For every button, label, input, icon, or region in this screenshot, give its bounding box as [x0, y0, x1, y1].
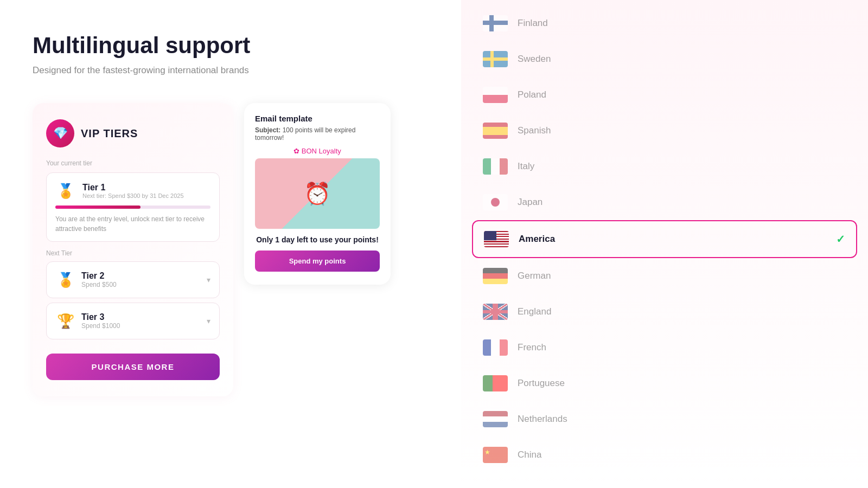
lang-name-spanish: Spanish — [518, 125, 551, 136]
progress-bar-bg — [55, 206, 210, 209]
tier1-icon: 🏅 — [55, 181, 76, 201]
flag-italy — [483, 158, 508, 175]
flag-china: ★ — [483, 447, 508, 463]
flag-portuguese — [483, 375, 508, 391]
tier2-icon: 🏅 — [55, 269, 76, 290]
bon-brand-name: BON Loyalty — [302, 147, 341, 155]
lang-item-netherlands[interactable]: Netherlands — [461, 401, 868, 437]
tier1-next: Next tier: Spend $300 by 31 Dec 2025 — [82, 192, 184, 199]
lang-item-italy[interactable]: Italy — [461, 149, 868, 184]
email-subject: Subject: 100 points will be expired tomo… — [255, 126, 380, 142]
tier2-name: Tier 2 — [81, 271, 201, 281]
email-subject-label: Subject: — [255, 126, 280, 134]
vip-title: VIP TIERS — [81, 127, 138, 140]
current-tier-label: Your current tier — [46, 159, 220, 167]
lang-name-america: America — [519, 234, 555, 245]
bon-brand-icon: ✿ — [293, 147, 299, 155]
tier3-chevron-icon: ▾ — [207, 317, 210, 325]
page-subtitle: Designed for the fastest-growing interna… — [33, 65, 429, 76]
tier1-row: 🏅 Tier 1 Next tier: Spend $300 by 31 Dec… — [55, 181, 210, 201]
flag-finland — [483, 15, 508, 31]
lang-name-french: French — [518, 342, 546, 353]
tier1-name: Tier 1 — [82, 183, 184, 192]
flag-america — [484, 231, 509, 247]
lang-name-portuguese: Portuguese — [518, 378, 565, 389]
tier3-info: Tier 3 Spend $1000 — [81, 312, 201, 330]
lang-item-sweden[interactable]: Sweden — [461, 41, 868, 77]
purchase-more-button[interactable]: PURCHASE MORE — [46, 354, 220, 380]
tier2-collapsible[interactable]: 🏅 Tier 2 Spend $500 ▾ — [46, 261, 220, 298]
spend-my-points-button[interactable]: Spend my points — [255, 251, 380, 272]
right-panel: Finland Sweden Poland Spanish Italy Japa… — [461, 0, 868, 488]
lang-name-japan: Japan — [518, 197, 542, 208]
bon-logo: ✿ BON Loyalty — [255, 147, 380, 155]
lang-item-german[interactable]: German — [461, 258, 868, 294]
lang-name-finland: Finland — [518, 18, 548, 29]
lang-item-england[interactable]: England — [461, 294, 868, 330]
next-tier-label: Next Tier — [46, 249, 220, 257]
flag-england — [483, 304, 508, 320]
tier2-chevron-icon: ▾ — [207, 275, 210, 284]
lang-item-china[interactable]: ★ China — [461, 437, 868, 473]
lang-name-netherlands: Netherlands — [518, 414, 567, 425]
email-card: Email template Subject: 100 points will … — [244, 103, 391, 285]
lang-item-finland[interactable]: Finland — [461, 5, 868, 41]
lang-item-spanish[interactable]: Spanish — [461, 113, 868, 149]
flag-french — [483, 339, 508, 356]
flag-netherlands — [483, 411, 508, 427]
tier3-collapsible[interactable]: 🏆 Tier 3 Spend $1000 ▾ — [46, 303, 220, 339]
tier3-name: Tier 3 — [81, 312, 201, 322]
vip-header: 💎 VIP TIERS — [46, 119, 220, 147]
email-card-title: Email template — [255, 114, 380, 123]
vip-card: 💎 VIP TIERS Your current tier 🏅 Tier 1 N… — [33, 103, 233, 396]
vip-diamond-icon: 💎 — [46, 119, 74, 147]
lang-item-america[interactable]: America✓ — [472, 220, 857, 258]
tier2-spend: Spend $500 — [81, 281, 201, 288]
tier3-spend: Spend $1000 — [81, 322, 201, 330]
lang-item-japan[interactable]: Japan — [461, 184, 868, 220]
flag-spanish — [483, 123, 508, 139]
lang-item-french[interactable]: French — [461, 330, 868, 365]
lang-name-sweden: Sweden — [518, 54, 551, 65]
flag-sweden — [483, 51, 508, 67]
email-cta-text: Only 1 day left to use your points! — [255, 235, 380, 244]
progress-bar-fill — [55, 206, 141, 209]
tier1-info: Tier 1 Next tier: Spend $300 by 31 Dec 2… — [82, 183, 184, 199]
lang-name-german: German — [518, 271, 551, 281]
flag-japan — [483, 194, 508, 210]
page-title: Multilingual support — [33, 33, 429, 59]
lang-name-china: China — [518, 450, 541, 460]
tier1-box: 🏅 Tier 1 Next tier: Spend $300 by 31 Dec… — [46, 172, 220, 242]
lang-name-england: England — [518, 306, 551, 317]
lang-name-italy: Italy — [518, 161, 534, 172]
lang-item-portuguese[interactable]: Portuguese — [461, 365, 868, 401]
left-panel: Multilingual support Designed for the fa… — [0, 0, 461, 488]
email-hero-image: ⏰ — [255, 158, 380, 229]
flag-poland — [483, 87, 508, 103]
cards-row: 💎 VIP TIERS Your current tier 🏅 Tier 1 N… — [33, 103, 429, 396]
tier2-info: Tier 2 Spend $500 — [81, 271, 201, 288]
tier1-desc: You are at the entry level, unlock next … — [55, 214, 210, 234]
flag-german — [483, 268, 508, 284]
tier3-icon: 🏆 — [55, 311, 76, 331]
lang-name-poland: Poland — [518, 89, 546, 100]
lang-item-poland[interactable]: Poland — [461, 77, 868, 113]
lang-check-america: ✓ — [836, 233, 845, 246]
